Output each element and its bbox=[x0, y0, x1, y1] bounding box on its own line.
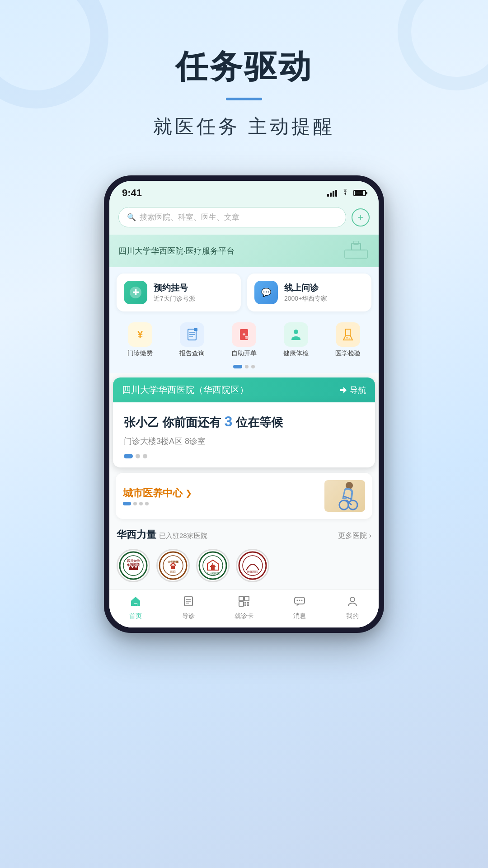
mine-icon bbox=[347, 595, 358, 610]
appointment-subtitle: 近7天门诊号源 bbox=[154, 295, 195, 303]
svg-rect-64 bbox=[247, 602, 249, 604]
consult-icon: 💬 bbox=[254, 281, 278, 304]
hospital-banner-name: 四川大学华西医院·医疗服务平台 bbox=[118, 245, 235, 256]
svg-text:¥: ¥ bbox=[137, 329, 143, 340]
consult-title: 线上问诊 bbox=[284, 282, 327, 294]
city-medical-image bbox=[324, 480, 365, 512]
svg-rect-55 bbox=[134, 604, 137, 606]
hospital-logo-1[interactable]: 四川大学 华西医院 bbox=[117, 549, 150, 582]
phone-inner: 9:41 bbox=[109, 181, 379, 627]
svg-point-0 bbox=[345, 194, 346, 195]
svg-point-27 bbox=[346, 337, 348, 339]
svg-point-28 bbox=[349, 338, 350, 340]
svg-point-71 bbox=[350, 597, 355, 602]
nav-card[interactable]: 就诊卡 bbox=[235, 595, 253, 620]
message-icon bbox=[294, 595, 305, 610]
title-underline bbox=[226, 98, 262, 100]
online-consult-card[interactable]: 💬 线上问诊 2000+华西专家 bbox=[247, 274, 371, 311]
search-placeholder-text: 搜索医院、科室、医生、文章 bbox=[140, 212, 239, 222]
quick-lab[interactable]: 医学检验 bbox=[335, 322, 361, 358]
guide-icon bbox=[183, 595, 194, 610]
svg-rect-61 bbox=[244, 596, 249, 601]
service-cards: ✚ 预约挂号 近7天门诊号源 💬 线上问诊 2000+华西专家 bbox=[109, 267, 379, 318]
svg-marker-29 bbox=[340, 387, 347, 393]
add-button[interactable]: + bbox=[352, 208, 370, 226]
main-title: 任务驱动 bbox=[0, 45, 488, 89]
svg-point-68 bbox=[297, 600, 298, 601]
svg-point-31 bbox=[339, 500, 348, 509]
appointment-icon: ✚ bbox=[124, 281, 147, 304]
wifi-icon bbox=[341, 189, 350, 197]
prescription-label: 自助开单 bbox=[231, 349, 257, 358]
quick-checkup[interactable]: 健康体检 bbox=[283, 322, 309, 358]
svg-rect-23 bbox=[287, 326, 305, 344]
svg-text:✚: ✚ bbox=[132, 288, 139, 297]
consult-subtitle: 2000+华西专家 bbox=[284, 295, 327, 303]
svg-rect-66 bbox=[247, 604, 249, 606]
home-icon bbox=[130, 595, 141, 610]
search-area: 🔍 搜索医院、科室、医生、文章 + bbox=[109, 203, 379, 235]
status-time: 9:41 bbox=[122, 187, 142, 199]
floating-nav-card: 四川大学华西医院（华西院区） 导航 张小乙 你前面还有 3 bbox=[113, 377, 375, 467]
more-hospitals-btn[interactable]: 更多医院 › bbox=[338, 531, 371, 541]
svg-rect-65 bbox=[244, 604, 246, 606]
quick-payment[interactable]: ¥ 门诊缴费 bbox=[127, 322, 153, 358]
svg-text:RX: RX bbox=[245, 337, 249, 340]
appointment-title: 预约挂号 bbox=[154, 282, 195, 294]
hospital-count: 已入驻28家医院 bbox=[159, 532, 207, 540]
nav-body: 张小乙 你前面还有 3 位在等候 门诊大楼3楼A区 8诊室 bbox=[113, 402, 375, 467]
appointment-card[interactable]: ✚ 预约挂号 近7天门诊号源 bbox=[117, 274, 241, 311]
nav-message[interactable]: 消息 bbox=[293, 595, 306, 620]
hospital-logo-4[interactable]: 附属医院 bbox=[236, 549, 269, 582]
bottom-nav: 首页 导诊 就诊卡 bbox=[109, 590, 379, 627]
hospital-logo-2[interactable]: 大学附属 医院 bbox=[156, 549, 190, 582]
hospital-banner-logo bbox=[343, 241, 370, 261]
quick-report[interactable]: 报告查询 bbox=[179, 322, 205, 358]
report-label: 报告查询 bbox=[179, 349, 205, 358]
wait-text: 你前面还有 bbox=[162, 415, 221, 429]
wait-info: 张小乙 你前面还有 3 位在等候 bbox=[124, 413, 364, 430]
floating-card-section: 四川大学华西医院（华西院区） 导航 张小乙 你前面还有 3 bbox=[109, 373, 379, 627]
quick-prescription[interactable]: RX 自助开单 bbox=[231, 322, 257, 358]
card-icon bbox=[238, 595, 250, 610]
svg-rect-25 bbox=[339, 326, 357, 344]
lab-label: 医学检验 bbox=[335, 349, 361, 358]
checkup-label: 健康体检 bbox=[283, 349, 309, 358]
wait-count: 3 bbox=[224, 413, 232, 429]
svg-point-24 bbox=[294, 330, 298, 334]
svg-rect-62 bbox=[239, 602, 244, 606]
svg-rect-63 bbox=[244, 602, 246, 604]
status-icons bbox=[327, 189, 366, 197]
nav-guide[interactable]: 导诊 bbox=[182, 595, 195, 620]
hospital-banner: 四川大学华西医院·医疗服务平台 bbox=[109, 235, 379, 267]
hospital-section-title: 华西力量 bbox=[117, 528, 156, 542]
nav-mine[interactable]: 我的 bbox=[346, 595, 359, 620]
wait-suffix: 位在等候 bbox=[236, 415, 283, 429]
nav-header: 四川大学华西医院（华西院区） 导航 bbox=[113, 377, 375, 402]
phone-wrapper: 9:41 bbox=[0, 175, 488, 633]
mine-label: 我的 bbox=[346, 612, 359, 620]
battery-icon bbox=[353, 190, 366, 196]
svg-text:医院: 医院 bbox=[170, 570, 176, 573]
home-label: 首页 bbox=[129, 612, 142, 620]
svg-point-69 bbox=[299, 600, 300, 601]
dots-indicator bbox=[109, 365, 379, 373]
city-medical-title: 城市医养中心 bbox=[123, 486, 183, 500]
hospital-logo-3[interactable]: 省人民医院 bbox=[196, 549, 230, 582]
nav-button[interactable]: 导航 bbox=[340, 385, 366, 396]
svg-rect-15 bbox=[194, 328, 197, 331]
status-bar: 9:41 bbox=[109, 181, 379, 203]
hospital-logos-row: 四川大学 华西医院 大学附属 bbox=[117, 549, 371, 582]
card-label: 就诊卡 bbox=[235, 612, 253, 620]
city-dots bbox=[123, 502, 192, 505]
guide-label: 导诊 bbox=[182, 612, 195, 620]
search-box[interactable]: 🔍 搜索医院、科室、医生、文章 bbox=[118, 207, 346, 227]
city-medical-card[interactable]: 城市医养中心 ❯ bbox=[116, 473, 372, 519]
hospital-nav-name: 四川大学华西医院（华西院区） bbox=[122, 384, 249, 396]
wait-location: 门诊大楼3楼A区 8诊室 bbox=[124, 436, 364, 447]
nav-home[interactable]: 首页 bbox=[129, 595, 142, 620]
svg-rect-60 bbox=[239, 596, 244, 601]
search-icon: 🔍 bbox=[127, 213, 136, 222]
phone-outer: 9:41 bbox=[104, 175, 384, 633]
svg-point-32 bbox=[348, 500, 357, 509]
